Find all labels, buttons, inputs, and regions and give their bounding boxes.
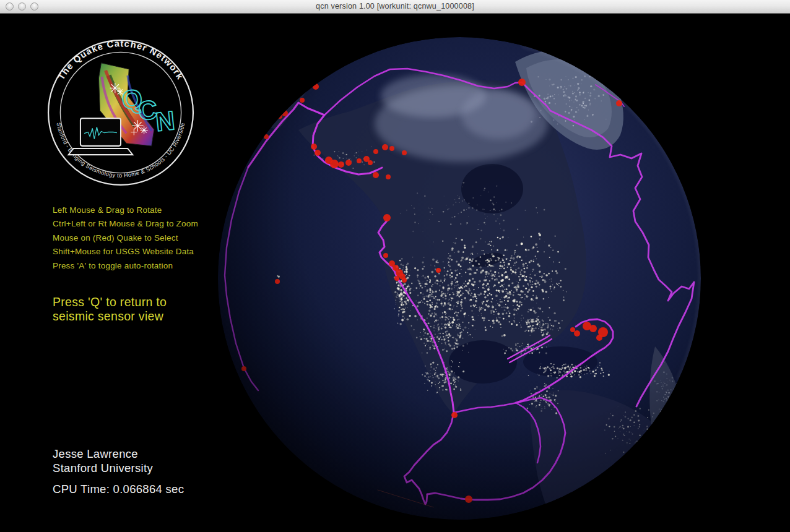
city-light-dot [654,440,656,441]
city-light-dot [659,467,660,468]
city-light-dot [667,457,668,458]
window-titlebar[interactable]: qcn version 1.00 [workunit: qcnwu_100000… [0,0,790,14]
city-light-dot [658,474,659,474]
city-light-dot [656,451,657,452]
quake-dot[interactable] [695,142,700,147]
city-light-dot [667,460,669,462]
instruction-line: Ctrl+Left or Rt Mouse & Drag to Zoom [53,217,198,231]
city-light-dot [672,461,674,462]
city-light-dot [646,432,648,433]
city-light-dot [651,448,653,450]
city-light-dot [661,449,661,450]
city-light-dot [646,440,647,441]
city-light-dot [648,474,649,475]
city-light-dot [662,454,664,456]
quake-dot[interactable] [248,109,252,113]
return-view-prompt: Press 'Q' to return to seismic sensor vi… [53,295,167,323]
city-light-dot [643,442,645,444]
app-window: qcn version 1.00 [workunit: qcnwu_100000… [0,0,790,532]
city-light-dot [664,421,665,423]
city-light-dot [665,460,667,462]
city-light-dot [672,450,673,450]
credit-org: Stanford University [53,461,184,475]
city-light-dot [647,458,648,458]
city-light-dot [644,444,645,445]
city-light-dot [661,452,662,453]
city-light-dot [661,447,662,448]
city-light-dot [643,441,645,443]
city-light-dot [658,458,659,459]
city-light-dot [672,405,674,406]
city-light-dot [638,453,639,454]
city-light-dot [659,448,661,449]
city-light-dot [597,75,597,75]
instruction-line: Press 'A' to toggle auto-rotation [53,259,198,273]
city-light-dot [676,400,677,401]
city-light-dot [680,410,682,411]
credits-block: Jesse Lawrence Stanford University CPU T… [53,447,184,496]
city-light-dot [655,451,656,452]
city-light-dot [640,449,641,450]
city-light-dot [650,454,651,455]
city-light-dot [665,407,666,408]
city-light-dot [661,468,662,468]
city-light-dot [662,474,662,474]
city-light-dot [651,451,653,453]
city-light-dot [669,418,670,419]
city-light-dot [671,419,673,421]
prompt-line: seismic sensor view [53,309,167,324]
city-light-dot [680,459,681,460]
city-light-dot [657,466,658,467]
city-light-dot [666,456,667,457]
city-light-dot [673,450,674,451]
instruction-line: Left Mouse & Drag to Rotate [53,204,198,217]
svg-text:N: N [154,105,176,137]
city-light-dot [653,474,654,474]
city-light-dot [667,404,668,405]
city-light-dot [645,454,646,455]
city-light-dot [662,418,663,419]
city-light-dot [654,464,655,465]
city-light-dot [643,468,644,468]
city-light-dot [604,79,605,80]
city-light-dot [656,468,657,469]
city-light-dot [665,414,666,415]
city-light-dot [664,408,665,408]
window-title: qcn version 1.00 [workunit: qcnwu_100000… [0,2,790,11]
city-light-dot [657,435,658,436]
city-light-dot [668,410,669,411]
city-light-dot [664,413,666,414]
city-light-dot [636,471,638,472]
city-light-dot [594,74,594,75]
instruction-line: Shift+Mouse for USGS Website Data [53,245,198,259]
city-light-dot [641,446,643,448]
credit-name: Jesse Lawrence [53,447,184,461]
city-light-dot [659,431,660,432]
city-light-dot [660,423,661,424]
city-light-dot [667,457,668,458]
city-light-dot [660,452,662,454]
city-light-dot [666,415,667,416]
city-light-dot [664,407,664,408]
city-light-dot [666,453,667,455]
city-light-dot [654,468,656,470]
city-light-dot [662,408,663,409]
city-light-dot [654,454,654,455]
city-light-dot [644,448,646,450]
city-light-dot [656,432,658,433]
city-light-dot [654,457,655,458]
city-light-dot [663,465,664,466]
city-light-dot [672,455,672,455]
city-light-dot [672,400,672,400]
city-light-dot [656,473,658,474]
city-light-dot [599,75,600,77]
city-light-dot [675,405,676,406]
city-light-dot [649,461,651,463]
city-light-dot [665,480,666,481]
city-light-dot [675,446,677,447]
city-light-dot [677,458,677,459]
city-light-dot [666,405,667,406]
globe-shading [218,37,701,520]
city-light-dot [653,452,654,453]
qcn-logo: The Quake Catcher Network Stanford - Bri… [46,38,196,187]
